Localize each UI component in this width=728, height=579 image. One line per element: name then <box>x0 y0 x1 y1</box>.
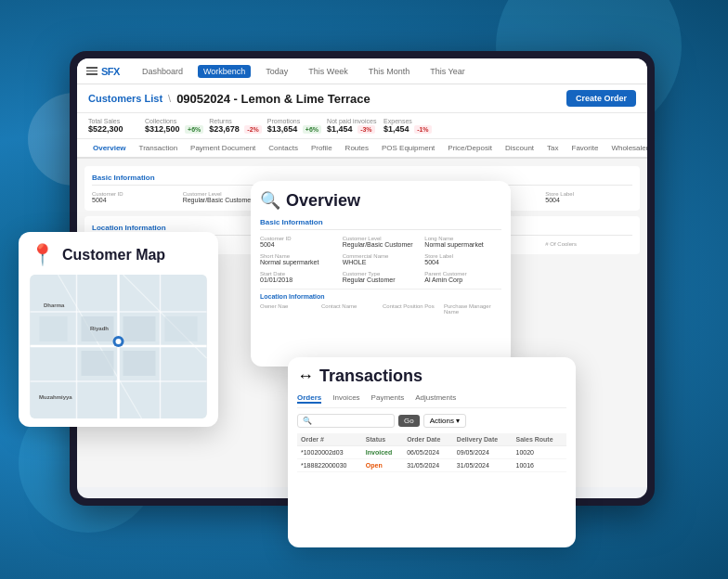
cell-delivery-date-1: 09/05/2024 <box>453 446 513 459</box>
breadcrumb-link[interactable]: Customers List <box>88 93 162 104</box>
chevron-down-icon: ▾ <box>456 417 460 425</box>
search-input[interactable] <box>315 417 389 425</box>
tab-profile[interactable]: Profile <box>305 139 339 159</box>
ov-long-name: Long Name Normal supermarket <box>424 236 501 248</box>
nav-tab-thisyear[interactable]: This Year <box>424 65 471 78</box>
table-row[interactable]: *188822000030 Open 31/05/2024 31/05/2024… <box>297 459 566 472</box>
stat-value-expenses: $1,454 -1% <box>384 124 435 134</box>
transactions-tabs: Orders Invoices Payments Adjustments <box>297 393 566 408</box>
ov-customer-id: Customer ID 5004 <box>260 236 337 248</box>
actions-button[interactable]: Actions ▾ <box>423 414 466 428</box>
search-icon: 🔍 <box>303 417 312 425</box>
stat-collections: Collections $312,500 +6% <box>145 118 203 134</box>
tab-transaction[interactable]: Transaction <box>133 139 185 159</box>
tab-contacts[interactable]: Contacts <box>262 139 305 159</box>
cell-order-1: *10020002d03 <box>297 446 362 459</box>
cell-order-date-2: 31/05/2024 <box>403 459 453 472</box>
overview-card-header: 🔍 Overview <box>260 190 501 211</box>
stat-label-returns: Returns <box>209 118 262 124</box>
transactions-title: Transactions <box>319 367 422 386</box>
stat-label-promotions: Promotions <box>267 118 321 124</box>
overview-location-title: Location Information <box>260 289 501 300</box>
tab-wholesaler[interactable]: Wholesaler subdividers <box>604 139 647 159</box>
field-coolers: # Of Coolers <box>545 241 632 247</box>
breadcrumb-separator: \ <box>168 93 171 104</box>
nav-tab-thismonth[interactable]: This Month <box>363 65 416 78</box>
nav-tab-workbench[interactable]: Workbench <box>198 65 251 78</box>
map-label-muzahmiyya: Muzahmiyya <box>39 394 72 400</box>
transactions-header: ↔️ Transactions <box>297 367 566 386</box>
svg-rect-12 <box>124 351 156 376</box>
stat-value-promotions: $13,654 +6% <box>267 124 321 134</box>
svg-rect-14 <box>165 316 198 341</box>
stat-returns: Returns $23,678 -2% <box>209 118 262 134</box>
customer-map-card: 📍 Customer Map Riyadh <box>19 232 218 427</box>
table-row[interactable]: *10020002d03 Invoiced 06/05/2024 09/05/2… <box>297 446 566 459</box>
stat-badge-expenses: -1% <box>414 125 431 134</box>
stat-total-sales: Total Sales $522,300 <box>88 118 139 134</box>
cell-sales-route-2: 10016 <box>513 459 567 472</box>
stat-value-returns: $23,678 -2% <box>209 124 262 134</box>
trans-tab-orders[interactable]: Orders <box>297 393 321 404</box>
go-button[interactable]: Go <box>398 415 420 427</box>
tab-price-deposit[interactable]: Price/Deposit <box>441 139 499 159</box>
nav-tab-dashboard[interactable]: Dashboard <box>136 65 188 78</box>
tab-favorite[interactable]: Favorite <box>566 139 605 159</box>
ov-store-label: Store Label 5004 <box>424 253 501 265</box>
overview-basic-grid: Customer ID 5004 Customer Level Regular/… <box>260 236 501 283</box>
transactions-card: ↔️ Transactions Orders Invoices Payments… <box>288 357 576 547</box>
tab-overview[interactable]: Overview <box>86 139 133 159</box>
col-sales-route: Sales Route <box>513 433 567 446</box>
tab-routes[interactable]: Routes <box>339 139 375 159</box>
cell-status-1: Invoiced <box>362 446 403 459</box>
ov-loc-purchase-mgr: Purchase Manager Name <box>444 303 501 315</box>
ov-customer-level: Customer Level Regular/Basic Customer <box>343 236 420 248</box>
stat-unpaid: Not paid invoices $1,454 -3% <box>327 118 378 134</box>
overview-card-title: Overview <box>286 191 360 211</box>
stat-label-unpaid: Not paid invoices <box>327 118 378 124</box>
logo-area: SFX <box>86 66 120 77</box>
tab-payment-document[interactable]: Payment Document <box>184 139 262 159</box>
trans-tab-payments[interactable]: Payments <box>371 393 405 404</box>
tab-pos-equipment[interactable]: POS Equipment <box>375 139 441 159</box>
tab-discount[interactable]: Discount <box>499 139 540 159</box>
nav-tab-thisweek[interactable]: This Week <box>303 65 353 78</box>
overview-basic-info-title: Basic Information <box>260 218 501 230</box>
overview-card: 🔍 Overview Basic Information Customer ID… <box>251 181 511 367</box>
col-order-date: Order Date <box>403 433 453 446</box>
stat-badge-promotions: +6% <box>303 125 321 134</box>
ov-commercial-name: Commercial Name WHOLE <box>343 253 420 265</box>
stat-label-total-sales: Total Sales <box>88 118 139 124</box>
search-icon: 🔍 <box>260 190 280 211</box>
svg-rect-10 <box>124 316 156 341</box>
stat-value-unpaid: $1,454 -3% <box>327 124 378 134</box>
hamburger-menu[interactable] <box>86 67 98 75</box>
search-bar: 🔍 Go Actions ▾ <box>297 414 566 428</box>
trans-tab-adjustments[interactable]: Adjustments <box>415 393 456 404</box>
ov-start-date: Start Date 01/01/2018 <box>260 271 337 283</box>
nav-tab-today[interactable]: Today <box>260 65 293 78</box>
cell-order-date-1: 06/05/2024 <box>403 446 453 459</box>
tab-tax[interactable]: Tax <box>540 139 565 159</box>
ov-loc-contact: Contact Name <box>321 303 379 315</box>
customer-map-title: Customer Map <box>62 247 165 264</box>
map-area: Riyadh Dharma Muzahmiyya <box>30 275 207 418</box>
ov-loc-owner: Owner Nae <box>260 303 318 315</box>
svg-rect-11 <box>82 351 114 376</box>
search-box: 🔍 <box>297 414 395 428</box>
cell-delivery-date-2: 31/05/2024 <box>453 459 513 472</box>
stat-value-collections: $312,500 +6% <box>145 124 203 134</box>
col-order: Order # <box>297 433 362 446</box>
title-bar: Customers List \ 09052024 - Lemon & Lime… <box>77 84 647 113</box>
col-status: Status <box>362 433 403 446</box>
table-body: *10020002d03 Invoiced 06/05/2024 09/05/2… <box>297 446 566 472</box>
ov-loc-position: Contact Position Pos <box>383 303 440 315</box>
create-order-button[interactable]: Create Order <box>566 90 636 107</box>
ov-customer-type: Customer Type Regular Customer <box>343 271 420 283</box>
stat-label-expenses: Expenses <box>384 118 435 124</box>
trans-tab-invoices[interactable]: Invoices <box>332 393 359 404</box>
logo-text: SFX <box>101 66 120 77</box>
stat-label-collections: Collections <box>145 118 203 124</box>
svg-rect-13 <box>40 316 68 341</box>
stat-expenses: Expenses $1,454 -1% <box>384 118 435 134</box>
